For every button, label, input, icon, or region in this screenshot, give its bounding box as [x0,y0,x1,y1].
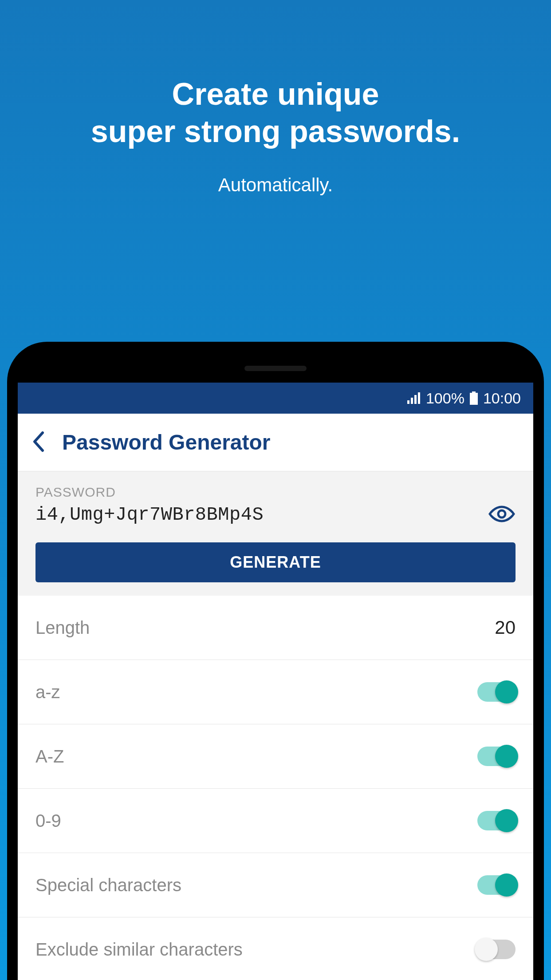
signal-icon [407,392,421,404]
status-bar: 100% 10:00 [18,383,533,414]
svg-rect-4 [472,391,476,393]
svg-rect-0 [407,400,409,404]
svg-rect-3 [418,392,420,404]
generate-button[interactable]: GENERATE [35,542,516,582]
password-value: i4,Umg+Jqr7WBr8BMp4S [35,504,264,526]
page-title: Password Generator [62,430,271,454]
password-section: PASSWORD i4,Umg+Jqr7WBr8BMp4S GENERATE [18,471,533,596]
option-label: a-z [35,682,60,702]
option-label: Exclude similar characters [35,940,243,960]
option-label: 0-9 [35,811,61,831]
app-header: Password Generator [18,414,533,471]
option-label: Special characters [35,875,181,895]
length-value: 20 [495,617,516,638]
option-uppercase: A-Z [18,724,533,789]
svg-point-6 [498,510,505,518]
option-digits: 0-9 [18,789,533,853]
option-length[interactable]: Length 20 [18,596,533,660]
battery-percent: 100% [426,390,464,407]
svg-rect-5 [470,393,478,405]
toggle-special[interactable] [477,875,516,895]
option-special: Special characters [18,853,533,917]
option-label: Length [35,618,90,638]
toggle-exclude-similar[interactable] [477,940,516,959]
toggle-uppercase[interactable] [477,747,516,766]
option-label: A-Z [35,747,64,767]
battery-icon [470,391,478,405]
toggle-digits[interactable] [477,811,516,830]
promo-title: Create unique super strong passwords. [0,0,551,150]
promo-subtitle: Automatically. [0,174,551,196]
svg-rect-1 [411,398,413,404]
options-list: Length 20 a-z A-Z 0-9 Special characters [18,596,533,980]
option-lowercase: a-z [18,660,533,724]
toggle-lowercase[interactable] [477,682,516,702]
option-exclude-similar: Exclude similar characters [18,917,533,980]
password-label: PASSWORD [35,485,516,500]
svg-rect-2 [414,395,417,404]
back-icon[interactable] [31,431,44,454]
phone-frame: 100% 10:00 Password Generator PASSWORD i… [7,342,544,980]
phone-notch [18,352,533,383]
eye-icon[interactable] [488,505,516,525]
status-time: 10:00 [483,390,521,407]
